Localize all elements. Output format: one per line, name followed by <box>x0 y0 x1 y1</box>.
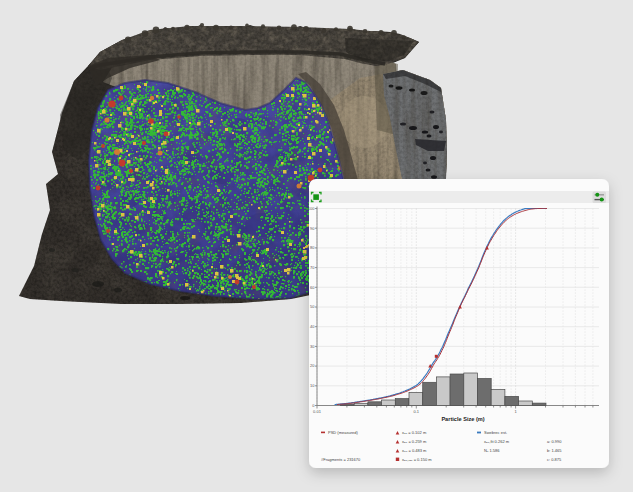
svg-text:PSD (measured): PSD (measured) <box>328 430 358 435</box>
svg-text:50: 50 <box>310 304 315 309</box>
svg-text:70: 70 <box>310 265 315 270</box>
svg-text:80: 80 <box>310 245 315 250</box>
svg-text:x₈₀ = 0.483 m: x₈₀ = 0.483 m <box>402 448 427 453</box>
svg-text:a: 0.990: a: 0.990 <box>547 439 562 444</box>
svg-text:90: 90 <box>310 226 315 231</box>
svg-text:60: 60 <box>310 285 315 290</box>
svg-text:x₅₀ = 0.259 m: x₅₀ = 0.259 m <box>402 439 427 444</box>
svg-text:20: 20 <box>310 363 315 368</box>
svg-text:Particle Size (m): Particle Size (m) <box>441 416 484 422</box>
svg-text:Nₑ 1.586: Nₑ 1.586 <box>484 448 500 453</box>
svg-text:10: 10 <box>310 383 315 388</box>
svg-text:0.1: 0.1 <box>414 409 420 414</box>
svg-text:30: 30 <box>310 344 315 349</box>
svg-text:0.01: 0.01 <box>313 409 322 414</box>
svg-text:#Fragments = 231670: #Fragments = 231670 <box>321 457 361 462</box>
svg-text:Swebrec est.: Swebrec est. <box>484 430 507 435</box>
svg-text:c: 0.875: c: 0.875 <box>547 457 562 462</box>
svg-text:x₅₀,fit 0.262 m: x₅₀,fit 0.262 m <box>484 439 510 444</box>
svg-text:100: 100 <box>308 206 315 211</box>
svg-text:x₅₀,ₑₛₜ = 0.150 m: x₅₀,ₑₛₜ = 0.150 m <box>402 457 432 462</box>
svg-text:x₂₀ = 0.102 m: x₂₀ = 0.102 m <box>402 430 427 435</box>
svg-text:b: 1.465: b: 1.465 <box>547 448 562 453</box>
svg-text:40: 40 <box>310 324 315 329</box>
